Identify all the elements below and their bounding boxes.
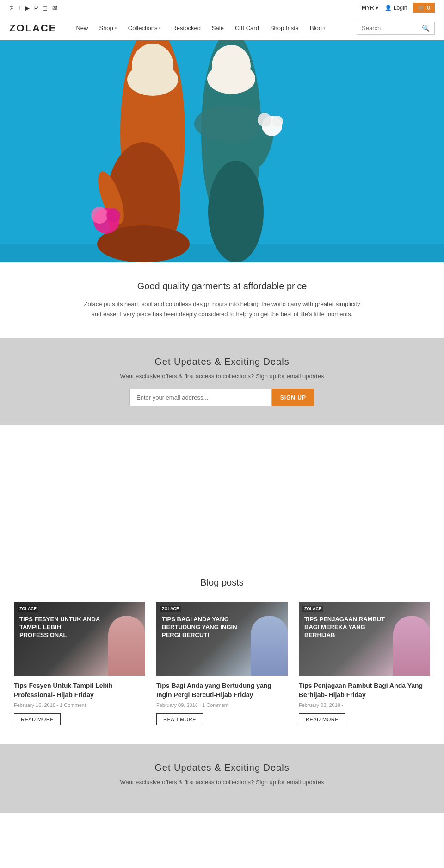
blog-thumb-3[interactable]: ZOLACE TIPS PENJAGAAN RAMBUT BAGI MEREKA… <box>299 602 430 676</box>
blog-section-title: Blog posts <box>14 577 430 588</box>
about-title: Good quality garments at affordable pric… <box>28 281 416 292</box>
search-icon-button[interactable]: 🔍 <box>422 25 430 32</box>
blog-thumb-2[interactable]: ZOLACE TIPS BAGI ANDA YANG BERTUDUNG YAN… <box>156 602 288 676</box>
hero-image <box>0 40 444 262</box>
blog-grid: ZOLACE TIPS FESYEN UNTUK ANDA TAMPIL LEB… <box>14 602 430 725</box>
email-icon[interactable]: ✉ <box>52 5 57 12</box>
blog-card-title-1: Tips Fesyen Untuk Tampil Lebih Professio… <box>14 681 145 699</box>
site-logo[interactable]: ZOLACE <box>9 17 56 40</box>
social-icons: 𝕏 f ▶ P ◻ ✉ <box>9 5 57 12</box>
blog-card-3: ZOLACE TIPS PENJAGAAN RAMBUT BAGI MEREKA… <box>299 602 430 725</box>
search-input[interactable] <box>362 25 422 31</box>
blog-thumb-logo-1: ZOLACE <box>18 606 38 612</box>
nav-item-collections[interactable]: Collections ▾ <box>123 16 167 40</box>
blog-separator-2: · <box>199 702 201 708</box>
footer-newsletter-title: Get Updates & Exciting Deals <box>9 762 435 773</box>
email-input[interactable] <box>130 389 272 406</box>
blog-section: Blog posts ZOLACE TIPS FESYEN UNTUK ANDA… <box>0 563 444 744</box>
about-text: Zolace puts its heart, soul and countles… <box>83 299 361 319</box>
cart-button[interactable]: 🛒 0 <box>413 3 435 13</box>
blog-thumb-text-2: TIPS BAGI ANDA YANG BERTUDUNG YANG INGIN… <box>162 616 251 639</box>
blog-thumb-model-1 <box>108 616 145 676</box>
user-icon: 👤 <box>385 5 392 11</box>
blog-card-title-2: Tips Bagi Anda yang Bertudung yang Ingin… <box>156 681 288 699</box>
blog-separator-3: · <box>342 702 343 708</box>
footer-newsletter-subtitle: Want exclusive offers & first access to … <box>9 779 435 786</box>
youtube-icon[interactable]: ▶ <box>25 5 30 12</box>
currency-selector[interactable]: MYR ▾ <box>362 5 378 11</box>
blog-meta-1: February 16, 2018 · 1 Comment <box>14 702 145 708</box>
cart-count: 0 <box>427 5 430 11</box>
about-section: Good quality garments at affordable pric… <box>0 262 444 338</box>
blog-separator-1: · <box>57 702 58 708</box>
read-more-button-1[interactable]: READ MORE <box>14 713 61 725</box>
blog-thumb-model-3 <box>393 616 430 676</box>
blog-card-title-3: Tips Penjagaan Rambut Bagi Anda Yang Ber… <box>299 681 430 699</box>
nav-item-blog[interactable]: Blog ▾ <box>304 16 331 40</box>
nav-item-shop[interactable]: Shop ▾ <box>93 16 122 40</box>
cart-icon: 🛒 <box>418 5 425 11</box>
pinterest-icon[interactable]: P <box>34 5 38 12</box>
newsletter-subtitle: Want exclusive offers & first access to … <box>9 373 435 380</box>
nav-item-sale[interactable]: Sale <box>206 16 229 40</box>
blog-card-2: ZOLACE TIPS BAGI ANDA YANG BERTUDUNG YAN… <box>156 602 288 725</box>
shop-chevron-icon: ▾ <box>115 26 117 31</box>
blog-thumb-text-3: TIPS PENJAGAAN RAMBUT BAGI MEREKA YANG B… <box>304 616 393 639</box>
blog-date-2: February 09, 2018 <box>156 702 198 708</box>
currency-chevron-icon: ▾ <box>376 5 378 11</box>
collections-chevron-icon: ▾ <box>159 26 161 31</box>
top-bar-right: MYR ▾ 👤 Login 🛒 0 <box>362 3 435 13</box>
read-more-button-2[interactable]: READ MORE <box>156 713 203 725</box>
blog-comments-2: 1 Comment <box>202 702 228 708</box>
nav-item-new[interactable]: New <box>70 16 93 40</box>
blog-thumb-logo-3: ZOLACE <box>302 606 323 612</box>
top-bar: 𝕏 f ▶ P ◻ ✉ MYR ▾ 👤 Login 🛒 0 <box>0 0 444 16</box>
blog-thumb-text-1: TIPS FESYEN UNTUK ANDA TAMPIL LEBIH PROF… <box>19 616 108 639</box>
blog-meta-2: February 09, 2018 · 1 Comment <box>156 702 288 708</box>
login-link[interactable]: 👤 Login <box>385 5 407 11</box>
footer-newsletter: Get Updates & Exciting Deals Want exclus… <box>0 744 444 813</box>
main-nav: ZOLACE New Shop ▾ Collections ▾ Restocke… <box>0 16 444 40</box>
nav-item-restocked[interactable]: Restocked <box>166 16 206 40</box>
blog-date-1: February 16, 2018 <box>14 702 56 708</box>
newsletter-form: SIGN UP <box>130 389 314 406</box>
blog-thumb-model-2 <box>251 616 288 676</box>
products-section <box>0 425 444 563</box>
currency-label: MYR <box>362 5 374 11</box>
nav-links: New Shop ▾ Collections ▾ Restocked Sale … <box>70 16 357 40</box>
twitter-icon[interactable]: 𝕏 <box>9 5 14 12</box>
blog-card-1: ZOLACE TIPS FESYEN UNTUK ANDA TAMPIL LEB… <box>14 602 145 725</box>
nav-item-gift-card[interactable]: Gift Card <box>229 16 265 40</box>
blog-thumb-logo-2: ZOLACE <box>160 606 181 612</box>
facebook-icon[interactable]: f <box>18 5 20 12</box>
search-box: 🔍 <box>357 22 435 35</box>
newsletter-title: Get Updates & Exciting Deals <box>9 356 435 367</box>
blog-meta-3: February 02, 2018 · <box>299 702 430 708</box>
instagram-icon[interactable]: ◻ <box>43 5 48 12</box>
blog-comments-1: 1 Comment <box>60 702 86 708</box>
newsletter-section: Get Updates & Exciting Deals Want exclus… <box>0 338 444 425</box>
hero-section <box>0 40 444 262</box>
blog-date-3: February 02, 2018 <box>299 702 340 708</box>
blog-chevron-icon: ▾ <box>323 26 326 31</box>
read-more-button-3[interactable]: READ MORE <box>299 713 345 725</box>
blog-thumb-1[interactable]: ZOLACE TIPS FESYEN UNTUK ANDA TAMPIL LEB… <box>14 602 145 676</box>
login-label: Login <box>394 5 407 11</box>
signup-button[interactable]: SIGN UP <box>272 389 314 406</box>
nav-item-shop-insta[interactable]: Shop Insta <box>265 16 304 40</box>
